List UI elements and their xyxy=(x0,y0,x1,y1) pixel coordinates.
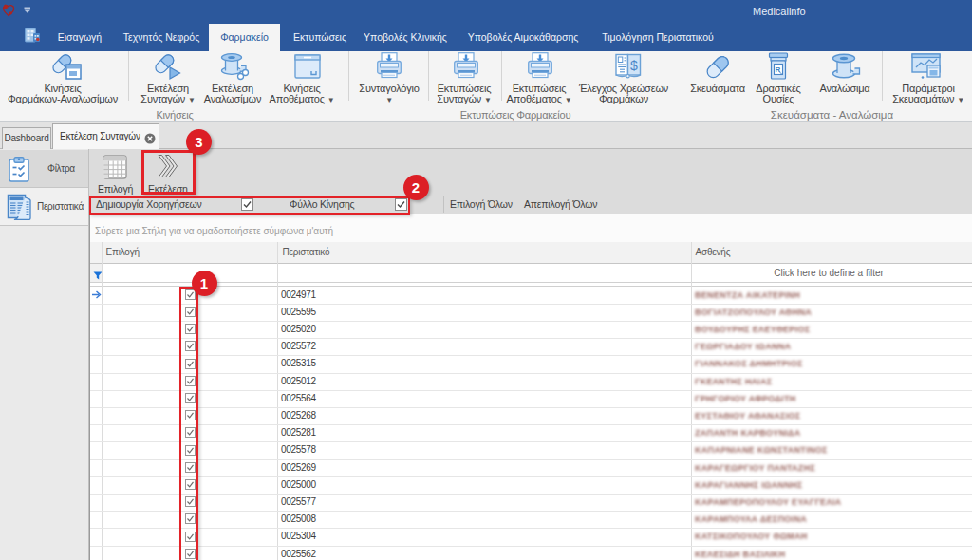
svg-text:$: $ xyxy=(630,58,638,73)
